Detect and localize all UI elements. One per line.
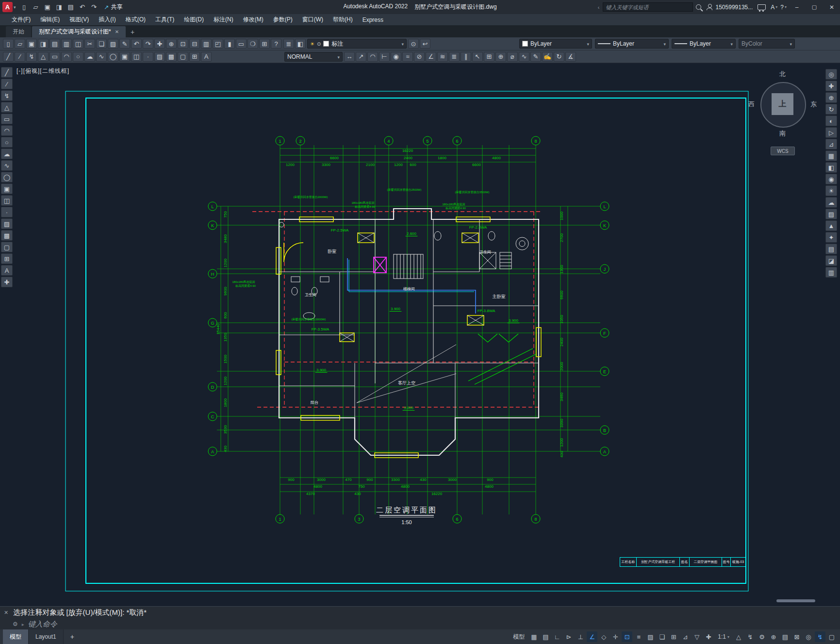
selection-filtering-button[interactable]: ▽ (692, 631, 702, 642)
color-control[interactable]: ByLayer (519, 39, 592, 49)
redo-icon[interactable]: ↷ (143, 39, 153, 49)
autodesk-assistant-button[interactable]: A ▾ (771, 4, 777, 11)
orbit-icon[interactable]: ↻ (825, 104, 837, 115)
menu-item-7[interactable]: 标注(N) (209, 14, 238, 25)
menu-item-4[interactable]: 格式(O) (121, 14, 150, 25)
annotation-monitor-button[interactable]: ⊕ (768, 631, 779, 642)
design-center-icon[interactable]: ◰ (213, 39, 223, 49)
close-button[interactable] (824, 0, 839, 14)
make-block-icon[interactable]: ◫ (1, 195, 13, 206)
continue-dimension-icon[interactable]: ∥ (461, 52, 471, 62)
sky-icon[interactable]: ☁ (825, 197, 837, 208)
menu-item-9[interactable]: 参数(P) (268, 14, 297, 25)
spline-icon[interactable]: ∿ (1, 160, 13, 171)
dimension-update-icon[interactable]: ↻ (554, 52, 564, 62)
menu-item-11[interactable]: 帮助(H) (328, 14, 358, 25)
viewport-controls[interactable]: [-][俯视][二维线框] (16, 67, 69, 75)
gizmo-button[interactable]: ✚ (703, 631, 714, 642)
zoom-previous-icon[interactable]: ⊟ (189, 39, 200, 49)
center-mark-icon[interactable]: ⊕ (495, 52, 506, 62)
search-collapse-icon[interactable]: ‹ (598, 4, 600, 10)
table-icon[interactable]: ⊞ (189, 52, 200, 62)
spline-icon[interactable]: ∿ (96, 52, 107, 62)
baseline-dimension-icon[interactable]: ≣ (449, 52, 460, 62)
menu-item-1[interactable]: 编辑(E) (35, 14, 65, 25)
circle-icon[interactable]: ○ (73, 52, 83, 62)
region-icon[interactable]: ▢ (178, 52, 188, 62)
match-properties-icon[interactable]: ✎ (119, 39, 130, 49)
angular-dimension-icon[interactable]: ∠ (426, 52, 436, 62)
dimension-edit-icon[interactable]: ✎ (530, 52, 541, 62)
user-name[interactable]: 1505999135... (716, 4, 753, 11)
plot-icon[interactable]: ▤ (66, 2, 76, 12)
isometric-drafting-button[interactable]: ◇ (598, 631, 609, 642)
tab-drawing[interactable]: 别墅户式空调与采暖设计图* (32, 26, 126, 37)
search-icon[interactable] (696, 4, 701, 10)
compass-top-face[interactable]: 上 (772, 93, 793, 115)
qnew-icon[interactable]: ▯ (3, 39, 14, 49)
gradient-icon[interactable]: ▩ (166, 52, 177, 62)
rectangle-icon[interactable]: ▭ (1, 114, 13, 124)
object-snap-tracking-button[interactable]: ✛ (610, 631, 621, 642)
ellipse-icon[interactable]: ◯ (1, 172, 13, 182)
command-input[interactable]: 键入命令 (0, 618, 840, 630)
lock-ui-button[interactable]: ⊠ (791, 631, 802, 642)
point-icon[interactable]: ∙ (143, 52, 153, 62)
autocad-logo[interactable]: A (2, 2, 13, 12)
properties-icon[interactable]: ▥ (201, 39, 212, 49)
user-icon[interactable] (706, 4, 713, 10)
diameter-dimension-icon[interactable]: ⊘ (414, 52, 425, 62)
compass-south-label[interactable]: 南 (747, 129, 818, 138)
show-motion-icon[interactable]: ▷ (825, 127, 837, 138)
app-store-icon[interactable] (758, 4, 766, 10)
line-icon[interactable]: ╱ (3, 52, 14, 62)
save-icon[interactable]: ▣ (42, 2, 53, 12)
model-tab[interactable]: 模型 (3, 629, 29, 644)
multileader-icon[interactable]: ↖ (472, 52, 483, 62)
publish-icon[interactable]: ◫ (73, 39, 83, 49)
selection-cycling-button[interactable]: ❏ (657, 631, 667, 642)
point-icon[interactable]: ∙ (1, 207, 13, 217)
ordinate-dimension-icon[interactable]: ⊢ (379, 52, 390, 62)
render-icon[interactable]: ▲ (825, 220, 837, 231)
close-command-icon[interactable] (4, 610, 8, 616)
tab-start[interactable]: 开始 (6, 26, 31, 37)
steering-wheel-icon[interactable]: ◐ (825, 116, 837, 126)
undo-icon[interactable]: ↶ (77, 2, 88, 12)
layer-states-icon[interactable]: ◧ (295, 39, 306, 49)
layer-walk-icon[interactable]: ▥ (825, 267, 837, 278)
polyline-icon[interactable]: ↯ (1, 90, 13, 101)
map-icon[interactable]: ▤ (825, 244, 837, 254)
save-as-icon[interactable]: ◨ (38, 39, 49, 49)
undo-icon[interactable]: ↶ (131, 39, 142, 49)
add-selected-icon[interactable]: ✚ (1, 277, 13, 287)
text-style-control[interactable]: NORMAL (284, 52, 343, 62)
workspace-switching-button[interactable]: ⚙ (757, 631, 767, 642)
pan-icon[interactable]: ✚ (825, 81, 837, 91)
annotation-visibility-button[interactable]: △ (733, 631, 744, 642)
sheet-set-manager-icon[interactable]: ▭ (236, 39, 247, 49)
wcs-chip[interactable]: WCS (771, 147, 795, 155)
layout1-tab[interactable]: Layout1 (29, 629, 64, 644)
menu-item-8[interactable]: 修改(M) (238, 14, 268, 25)
new-drawing-tab-button[interactable]: + (127, 26, 138, 37)
ellipse-icon[interactable]: ◯ (108, 52, 118, 62)
menu-item-0[interactable]: 文件(F) (7, 14, 35, 25)
polygon-icon[interactable]: △ (38, 52, 49, 62)
clean-screen-button[interactable]: ▢ (826, 631, 837, 642)
grid-button[interactable]: ▦ (528, 631, 539, 642)
tab-close-icon[interactable] (115, 29, 119, 34)
quick-properties-button[interactable]: ▤ (780, 631, 791, 642)
cut-icon[interactable]: ✂ (84, 39, 95, 49)
layer-properties-icon[interactable]: ≣ (283, 39, 294, 49)
menu-item-5[interactable]: 工具(T) (150, 14, 179, 25)
pan-icon[interactable]: ✚ (154, 39, 165, 49)
linear-dimension-icon[interactable]: ↔ (344, 52, 355, 62)
arc-length-dimension-icon[interactable]: ◠ (367, 52, 378, 62)
redo-icon[interactable]: ↷ (89, 2, 99, 12)
ortho-button[interactable]: ⊥ (575, 631, 586, 642)
command-customize-icon[interactable] (13, 621, 18, 627)
zoom-realtime-icon[interactable]: ⊕ (166, 39, 177, 49)
arc-icon[interactable]: ◠ (1, 125, 13, 136)
hatch-icon[interactable]: ▨ (1, 218, 13, 229)
